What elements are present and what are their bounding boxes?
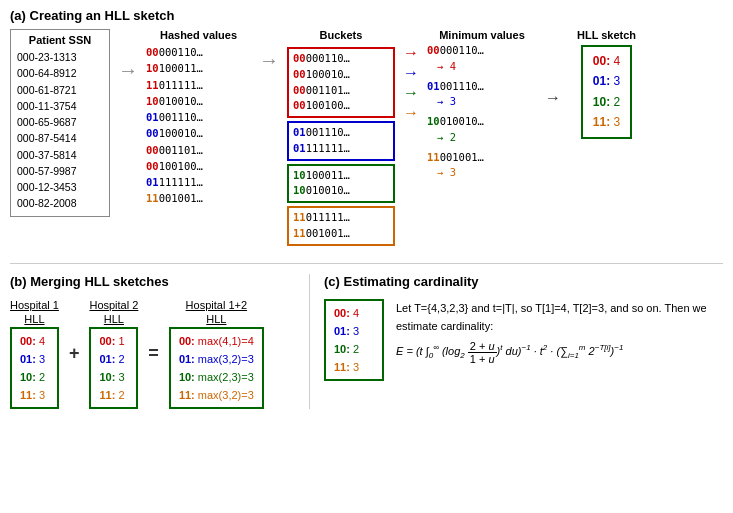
bucket-row: 01001110… [293, 125, 389, 141]
bucket-row: 11011111… [293, 210, 389, 226]
hll-row: 00: 4 [334, 304, 374, 322]
hll-row: 11: 3 [20, 386, 49, 404]
hll-row: 10: 2 [593, 92, 620, 112]
hll-row: 10: max(2,3)=3 [179, 368, 254, 386]
hash-row: 11011111… [146, 77, 251, 93]
plus-operator: + [67, 343, 82, 364]
hospital12-hll: Hospital 1+2 HLL 00: max(4,1)=401: max(3… [169, 299, 264, 410]
ssn-row: 000-23-1313 [17, 49, 103, 65]
hll-result-box: 00: 401: 310: 211: 3 [324, 299, 384, 382]
section-b-title: (b) Merging HLL sketches [10, 274, 295, 289]
ssn-row: 000-57-9987 [17, 163, 103, 179]
hll-row: 10: 2 [334, 340, 374, 358]
buckets-section: Buckets 00000110…00100010…00001101…00100… [287, 29, 395, 249]
bottom-sections: (b) Merging HLL sketches Hospital 1 HLL … [10, 274, 723, 410]
hash-row: 10100011… [146, 60, 251, 76]
bucket-row: 10100011… [293, 168, 389, 184]
hll-sketch-label: HLL sketch [577, 29, 636, 41]
hll-row: 00: max(4,1)=4 [179, 332, 254, 350]
hospital12-label2: HLL [169, 313, 264, 325]
bucket-row: 10010010… [293, 183, 389, 199]
section-a-content: Patient SSN 000-23-1313000-64-8912000-61… [10, 29, 723, 249]
hll-sketch-section: HLL sketch 00: 401: 310: 211: 3 [577, 29, 636, 139]
hash-row: 00000110… [146, 44, 251, 60]
bucket-blue: 01001110…01111111… [287, 121, 395, 161]
hll-row: 11: 3 [593, 112, 620, 132]
hll-row: 00: 4 [593, 51, 620, 71]
hll-row: 11: 3 [334, 358, 374, 376]
main-container: (a) Creating an HLL sketch Patient SSN 0… [0, 0, 733, 513]
hospital12-box: 00: max(4,1)=401: max(3,2)=310: max(2,3)… [169, 327, 264, 410]
section-c-content: 00: 401: 310: 211: 3 Let T={4,3,2,3} and… [324, 299, 723, 382]
hash-to-bucket-arrow: → [259, 29, 279, 72]
hll-row: 01: 3 [593, 71, 620, 91]
hospital2-label1: Hospital 2 [89, 299, 138, 311]
hospital1-label2: HLL [10, 313, 59, 325]
ssn-rows: 000-23-1313000-64-8912000-61-8721000-11-… [17, 49, 103, 212]
formula-content: (t ∫0∞ (log2 2 + u 1 + u )t du)−1 · t2 ·… [416, 345, 623, 357]
arrow-orange: → [403, 105, 419, 121]
min-val-group: 00000110…→ 4 [427, 43, 537, 75]
hll-row: 01: 2 [99, 350, 128, 368]
hospital1-hll: Hospital 1 HLL 00: 401: 310: 211: 3 [10, 299, 59, 410]
bucket-row: 00100010… [293, 67, 389, 83]
equals-operator: = [146, 343, 161, 364]
section-a-title: (a) Creating an HLL sketch [10, 8, 723, 23]
hll-row: 11: max(3,2)=3 [179, 386, 254, 404]
min-values-section: Minimum values 00000110…→ 401001110…→ 31… [427, 29, 537, 185]
hash-row: 00100010… [146, 125, 251, 141]
hll-row: 00: 1 [99, 332, 128, 350]
hll-row: 10: 3 [99, 368, 128, 386]
ssn-row: 000-37-5814 [17, 147, 103, 163]
hll-row: 10: 2 [20, 368, 49, 386]
hll-row: 11: 2 [99, 386, 128, 404]
ssn-table: Patient SSN 000-23-1313000-64-8912000-61… [10, 29, 110, 217]
formula-description: Let T={4,3,2,3} and t=|T|, so T[1]=4, T[… [396, 299, 723, 336]
arrow-red: → [403, 45, 419, 61]
hospital1-label1: Hospital 1 [10, 299, 59, 311]
ssn-row: 000-12-3453 [17, 179, 103, 195]
hll-row: 01: max(3,2)=3 [179, 350, 254, 368]
min-val-group: 10010010…→ 2 [427, 114, 537, 146]
divider-ab [10, 263, 723, 264]
arrow-green: → [403, 85, 419, 101]
section-b: (b) Merging HLL sketches Hospital 1 HLL … [10, 274, 295, 410]
bucket-row: 00100100… [293, 98, 389, 114]
section-a: (a) Creating an HLL sketch Patient SSN 0… [10, 8, 723, 249]
bucket-row: 00000110… [293, 51, 389, 67]
hospital2-label2: HLL [89, 313, 138, 325]
bucket-row: 11001001… [293, 226, 389, 242]
hll-sketch-box: 00: 401: 310: 211: 3 [581, 45, 632, 139]
ssn-row: 000-82-2008 [17, 195, 103, 211]
hash-row: 01001110… [146, 109, 251, 125]
min-val-group: 01001110…→ 3 [427, 79, 537, 111]
min-to-hll-arrow: → [545, 29, 561, 107]
bucket-boxes: 00000110…00100010…00001101…00100100…0100… [287, 47, 395, 249]
min-values-label: Minimum values [427, 29, 537, 41]
ssn-row: 000-64-8912 [17, 65, 103, 81]
hospital2-hll: Hospital 2 HLL 00: 101: 210: 311: 2 [89, 299, 138, 410]
bucket-red: 00000110…00100010…00001101…00100100… [287, 47, 395, 118]
hash-row: 11001001… [146, 190, 251, 206]
hll-row: 00: 4 [20, 332, 49, 350]
hashed-values: Hashed values 00000110…10100011…11011111… [146, 29, 251, 207]
divider-bc [309, 274, 310, 410]
section-c: (c) Estimating cardinality 00: 401: 310:… [324, 274, 723, 410]
section-b-content: Hospital 1 HLL 00: 401: 310: 211: 3 + Ho… [10, 299, 295, 410]
hash-row: 00100100… [146, 158, 251, 174]
bucket-orange: 11011111…11001001… [287, 206, 395, 246]
hashed-header: Hashed values [146, 29, 251, 41]
ssn-header: Patient SSN [17, 34, 103, 46]
buckets-to-min-arrows: → → → → [403, 29, 419, 137]
min-val-group: 11001001…→ 3 [427, 150, 537, 182]
ssn-row: 000-87-5414 [17, 130, 103, 146]
hll-row: 01: 3 [334, 322, 374, 340]
ssn-row: 000-11-3754 [17, 98, 103, 114]
arrow-blue: → [403, 65, 419, 81]
ssn-row: 000-65-9687 [17, 114, 103, 130]
hash-row: 10010010… [146, 93, 251, 109]
section-c-title: (c) Estimating cardinality [324, 274, 723, 289]
hospital12-label1: Hospital 1+2 [169, 299, 264, 311]
hospital1-box: 00: 401: 310: 211: 3 [10, 327, 59, 410]
hash-row: 01111111… [146, 174, 251, 190]
